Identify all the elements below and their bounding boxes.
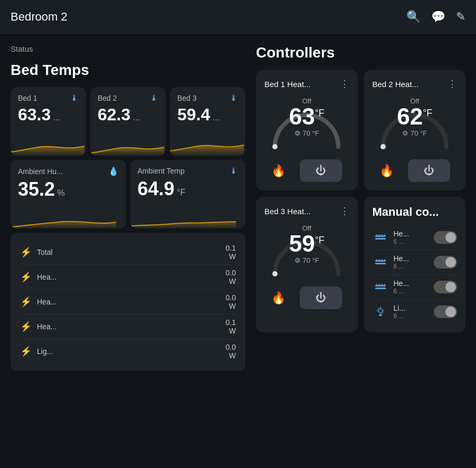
header-actions: 🔍 💬 ✎ [406, 10, 465, 24]
bed1-unit-sup: °F [315, 108, 325, 118]
ambient-humidity-card: Ambient Hu... 💧 35.2 % [11, 160, 126, 228]
ambient-temp-header: Ambient Temp 🌡 [138, 166, 239, 176]
bed2-temp-display: 62°F [373, 105, 458, 128]
bed-temp-cards: Bed 1 🌡 63.3 ... [11, 87, 245, 156]
manual-row-1: He... 6 ... [373, 250, 458, 275]
page-title: Bedroom 2 [11, 10, 68, 24]
power-name-lig: Lig... [37, 347, 210, 356]
manual-toggle-0[interactable] [434, 231, 457, 244]
edit-icon[interactable]: ✎ [456, 10, 465, 24]
bed2-gauge-area: Off 62°F ⚙ 70 °F [373, 95, 458, 154]
power-value-hea3: 0.1W [210, 318, 236, 335]
bed3-power-btn[interactable]: ⏻ [300, 286, 342, 309]
bed1-flame-btn[interactable]: 🔥 [271, 164, 285, 178]
bed1-heater-menu[interactable]: ⋮ [340, 78, 349, 90]
bed3-gauge-area: Off 59°F ⚙ 70 °F [264, 222, 349, 281]
bed1-label: Bed 1 [18, 94, 37, 102]
ambient-humidity-label: Ambient Hu... [18, 167, 63, 176]
controllers-title: Controllers [256, 44, 465, 61]
bed2-flame-btn[interactable]: 🔥 [379, 164, 394, 178]
bed2-power-btn[interactable]: ⏻ [408, 159, 450, 182]
bed3-unit-sup: °F [315, 235, 325, 245]
bed1-temp-display: 63°F [264, 105, 349, 128]
target-icon: ⚙ [294, 129, 301, 137]
bed2-heater-menu[interactable]: ⋮ [448, 78, 457, 90]
bed3-flame-btn[interactable]: 🔥 [271, 291, 285, 305]
manual-info-0: He... 6 ... [394, 230, 429, 245]
manual-toggle-2[interactable] [434, 281, 457, 293]
bed1-heater-card: Bed 1 Heat... ⋮ Off 63°F [256, 70, 358, 190]
manual-sub-0: 6 ... [394, 238, 429, 245]
lightning-icon-hea1: ⚡ [20, 271, 37, 283]
svg-rect-16 [375, 288, 386, 289]
bed2-power-icon: ⏻ [424, 165, 434, 177]
power-row-total: ⚡ Total 0.1W [20, 240, 236, 265]
app-header: Bedroom 2 🔍 💬 ✎ [0, 0, 476, 34]
power-value-total: 0.1W [210, 244, 236, 261]
light-device-icon [373, 307, 388, 317]
manual-info-1: He... 6 ... [394, 254, 429, 270]
bed2-label: Bed 2 [98, 94, 117, 102]
ambient-temp-chart [130, 205, 236, 228]
svg-point-1 [380, 144, 386, 149]
bed1-temp-card: Bed 1 🌡 63.3 ... [11, 87, 86, 156]
bed2-heater-name: Bed 2 Heat... [373, 80, 419, 89]
ambient-humidity-value: 35.2 [18, 178, 55, 200]
ambient-humidity-header: Ambient Hu... 💧 [18, 166, 119, 176]
manual-toggle-1[interactable] [434, 256, 457, 269]
power-row-hea3: ⚡ Hea... 0.1W [20, 314, 236, 339]
svg-point-0 [272, 144, 278, 149]
svg-rect-10 [375, 263, 386, 264]
bed2-chart [90, 132, 164, 156]
manual-sub-2: 6 ... [394, 288, 429, 295]
svg-rect-4 [375, 238, 386, 240]
bed3-target: ⚙ 70 °F [264, 256, 349, 264]
lightning-icon-lig: ⚡ [20, 346, 37, 357]
manual-toggle-3[interactable] [434, 305, 457, 318]
bed1-gauge-center: Off 63°F ⚙ 70 °F [264, 97, 349, 137]
status-label: Status [11, 44, 245, 53]
ambient-temp-label: Ambient Temp [138, 167, 185, 175]
bed3-temp-display: 59°F [264, 232, 349, 255]
bed2-temp-card: Bed 2 🌡 62.3 ... [90, 87, 166, 156]
bed3-unit: ... [213, 113, 220, 122]
ambient-humidity-unit: % [58, 188, 65, 197]
lightning-icon-hea3: ⚡ [20, 321, 37, 332]
manual-name-2: He... [394, 279, 429, 288]
bed2-temp-icon: 🌡 [150, 93, 158, 103]
ambient-temp-value: 64.9 [138, 178, 175, 199]
bed3-chart [170, 132, 244, 156]
message-icon[interactable]: 💬 [431, 10, 445, 24]
svg-line-26 [378, 308, 379, 309]
bed1-controls: 🔥 ⏻ [264, 159, 349, 182]
power-name-hea2: Hea... [37, 298, 210, 306]
manual-info-2: He... 6 ... [394, 279, 429, 295]
search-icon[interactable]: 🔍 [406, 10, 421, 24]
target-icon2: ⚙ [402, 129, 408, 137]
bed2-target: ⚙ 70 °F [373, 129, 458, 137]
ambient-cards: Ambient Hu... 💧 35.2 % [11, 160, 245, 228]
bed1-chart [11, 132, 84, 156]
bed2-unit-sup: °F [423, 108, 432, 118]
bed3-gauge-center: Off 59°F ⚙ 70 °F [264, 224, 349, 264]
manual-name-3: Li... [394, 304, 429, 312]
manual-row-2: He... 6 ... [373, 275, 458, 300]
svg-rect-28 [379, 314, 382, 316]
manual-name-1: He... [394, 254, 429, 263]
heater-device-icon-2 [373, 282, 388, 292]
bed3-heater-menu[interactable]: ⋮ [340, 205, 349, 217]
svg-rect-3 [375, 235, 386, 237]
bed2-unit: ... [133, 113, 140, 122]
power-row-hea2: ⚡ Hea... 0.0W [20, 290, 236, 314]
power-value-lig: 0.0W [210, 343, 236, 360]
bed3-label: Bed 3 [177, 94, 197, 102]
manual-row-0: He... 6 ... [373, 225, 458, 250]
heater-device-icon-0 [373, 232, 388, 243]
target-icon3: ⚙ [294, 256, 301, 264]
power-value-hea1: 0.0W [210, 269, 236, 285]
manual-name-0: He... [394, 230, 429, 238]
bed1-heater-header: Bed 1 Heat... ⋮ [264, 78, 349, 90]
humidity-chart [11, 205, 116, 228]
bed2-value: 62.3 ... [98, 105, 158, 125]
bed1-power-btn[interactable]: ⏻ [300, 159, 342, 182]
